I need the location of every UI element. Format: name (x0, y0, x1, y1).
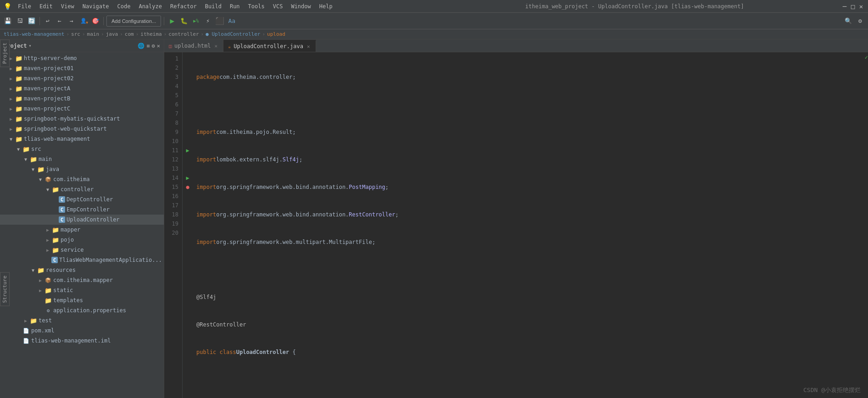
navigate-back-button[interactable]: ← (55, 16, 65, 26)
breadcrumb-main[interactable]: main (87, 31, 100, 37)
breadcrumb-com[interactable]: com (125, 31, 134, 37)
collapse-arrow: ▶ (7, 76, 15, 81)
sidebar-collapse-all-icon[interactable]: ≡ (146, 43, 150, 49)
breadcrumb-project[interactable]: tlias-web-management (4, 31, 64, 37)
editor-area[interactable]: 1 2 3 4 5 6 7 8 9 10 11 12 13 14 15 16 1 (164, 52, 868, 398)
sidebar-settings-icon[interactable]: ⚙ (152, 43, 155, 49)
save-button[interactable]: 💾 (3, 16, 13, 26)
run-gutter-icon-14[interactable]: ▶ (186, 175, 189, 181)
tree-item-application-properties[interactable]: ⚙ application.properties (0, 305, 164, 315)
sidebar-dropdown[interactable]: ▾ (29, 43, 32, 48)
class-icon: C (59, 196, 65, 203)
add-configuration-button[interactable]: Add Configuration... (106, 16, 161, 27)
breadcrumb-java[interactable]: java (106, 31, 118, 37)
menu-help[interactable]: Help (316, 2, 336, 11)
tree-item-com-itheima[interactable]: ▼ 📦 com.itheima (0, 174, 164, 184)
tree-item-test[interactable]: ▶ 📁 test (0, 315, 164, 326)
code-line-3: import com.itheima.pojo.Result; (196, 127, 860, 137)
search-everywhere-button[interactable]: 🔍 (843, 16, 853, 26)
navigate-forward-button[interactable]: → (67, 16, 77, 26)
tree-item-service[interactable]: ▶ 📁 service (0, 245, 164, 255)
sidebar-close-icon[interactable]: ✕ (157, 43, 160, 49)
tree-item-empcontroller[interactable]: C EmpController (0, 205, 164, 215)
tree-item-http-server-demo[interactable]: ▶ 📁 http-server-demo (0, 53, 164, 63)
iml-icon: 📄 (22, 338, 30, 344)
tree-item-maven-project01[interactable]: ▶ 📁 maven-project01 (0, 63, 164, 73)
tree-item-templates[interactable]: 📁 templates (0, 295, 164, 305)
breadcrumb-upload-method[interactable]: upload (267, 31, 285, 37)
tree-item-maven-projectA[interactable]: ▶ 📁 maven-projectA (0, 83, 164, 94)
menu-file[interactable]: File (14, 2, 35, 11)
tree-item-main[interactable]: ▼ 📁 main (0, 154, 164, 164)
run-with-coverage-button[interactable]: ▶% (191, 16, 201, 26)
translate-button[interactable]: Aa (227, 16, 237, 26)
structure-tab[interactable]: Structure (0, 272, 10, 306)
tree-item-springboot-web[interactable]: ▶ 📁 springboot-web-quickstart (0, 124, 164, 134)
debug-button[interactable]: 🐛 (179, 16, 189, 26)
collapse-arrow: ▶ (44, 227, 51, 232)
profile-button[interactable]: ⚡ (203, 16, 213, 26)
breadcrumb-src[interactable]: src (71, 31, 80, 37)
tree-item-iml[interactable]: 📄 tlias-web-management.iml (0, 336, 164, 346)
tree-item-controller[interactable]: ▼ 📁 controller (0, 184, 164, 194)
menu-tools[interactable]: Tools (245, 2, 268, 11)
tree-item-mapper[interactable]: ▶ 📁 mapper (0, 225, 164, 235)
breadcrumb-itheima[interactable]: itheima (140, 31, 161, 37)
stop-button[interactable]: ⬛ (215, 16, 225, 26)
tab-uploadcontroller-java[interactable]: ☕ UploadController.java ✕ (223, 40, 316, 52)
tree-item-application[interactable]: C TliasWebManagementApplicatio... (0, 255, 164, 265)
tree-label: springboot-mybatis-quickstart (24, 116, 120, 122)
tree-item-pojo[interactable]: ▶ 📁 pojo (0, 235, 164, 245)
tree-item-maven-projectB[interactable]: ▶ 📁 maven-projectB (0, 94, 164, 104)
menu-refactor[interactable]: Refactor (167, 2, 200, 11)
gutter-20 (183, 228, 193, 238)
menu-run[interactable]: Run (226, 2, 244, 11)
save-all-button[interactable]: 🖫 (15, 16, 25, 26)
menu-code[interactable]: Code (114, 2, 134, 11)
sidebar-scope-icon[interactable]: 🌐 (138, 43, 145, 49)
settings-button[interactable]: ⚙ (855, 16, 865, 26)
tree-item-static[interactable]: ▶ 📁 static (0, 285, 164, 295)
gutter-10 (183, 137, 193, 146)
synchronize-button[interactable]: 🔄 (27, 16, 37, 26)
tree-item-com-itheima-mapper[interactable]: ▶ 📦 com.itheima.mapper (0, 275, 164, 285)
tab-close-java[interactable]: ✕ (306, 43, 311, 50)
project-side-tab[interactable]: Project (0, 39, 10, 67)
folder-icon: 📁 (15, 55, 23, 62)
tree-item-pom-xml[interactable]: 📄 pom.xml (0, 326, 164, 336)
undo-button[interactable]: ↩ (43, 16, 53, 26)
run-gutter-icon[interactable]: ▶ (186, 147, 189, 154)
tree-item-java[interactable]: ▼ 📁 java (0, 164, 164, 174)
menu-vcs[interactable]: VCS (269, 2, 287, 11)
gutter-16 (183, 192, 193, 201)
breadcrumb-controller[interactable]: controller (168, 31, 199, 37)
tab-close-html[interactable]: ✕ (214, 43, 219, 50)
breadcrumb: tlias-web-management › src › main › java… (0, 29, 868, 39)
menu-navigate[interactable]: Navigate (79, 2, 113, 11)
tree-item-src[interactable]: ▼ 📁 src (0, 144, 164, 154)
tree-item-maven-projectC[interactable]: ▶ 📁 maven-projectC (0, 104, 164, 114)
maximize-button[interactable]: □ (850, 3, 856, 10)
vcs-button[interactable]: 👤▼ (78, 16, 89, 26)
tree-item-deptcontroller[interactable]: C DeptController (0, 194, 164, 205)
menu-window[interactable]: Window (287, 2, 314, 11)
minimize-button[interactable]: ─ (841, 3, 848, 10)
tree-item-tlias-web-management[interactable]: ▼ 📁 tlias-web-management (0, 134, 164, 144)
tree-label: application.properties (53, 307, 126, 314)
run-button[interactable]: ▶ (167, 16, 177, 26)
breadcrumb-uploadcontroller[interactable]: ● UploadController (206, 31, 260, 37)
tree-item-springboot-mybatis[interactable]: ▶ 📁 springboot-mybatis-quickstart (0, 114, 164, 124)
close-button[interactable]: ✕ (858, 3, 864, 10)
menu-edit[interactable]: Edit (36, 2, 56, 11)
tree-item-maven-project02[interactable]: ▶ 📁 maven-project02 (0, 73, 164, 83)
menu-view[interactable]: View (57, 2, 78, 11)
tree-item-resources[interactable]: ▼ 📁 resources (0, 265, 164, 275)
menu-build[interactable]: Build (201, 2, 225, 11)
tab-upload-html[interactable]: ◫ upload.html ✕ (164, 40, 223, 52)
class-icon: C (59, 216, 65, 223)
tree-label: com.itheima (53, 176, 89, 182)
menu-analyze[interactable]: Analyze (135, 2, 166, 11)
back-button[interactable]: 🎯 (90, 16, 100, 26)
tree-item-uploadcontroller[interactable]: C UploadController (0, 215, 164, 225)
folder-icon: 📁 (22, 146, 30, 153)
